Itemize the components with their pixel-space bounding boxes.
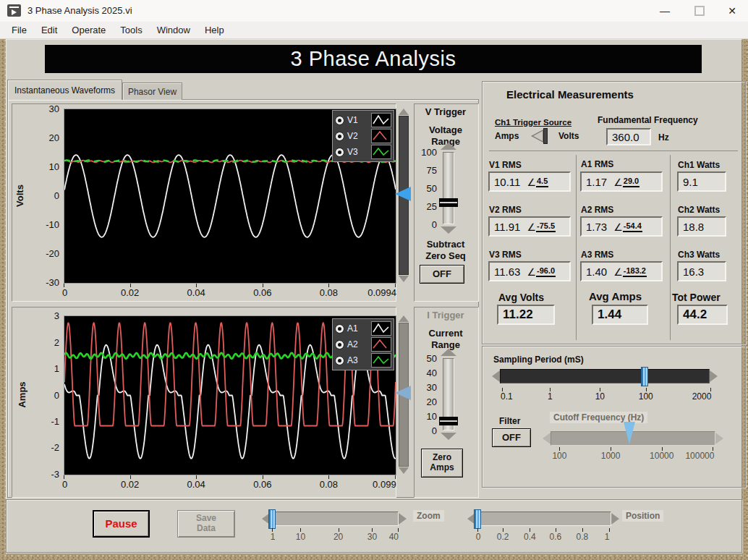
title-bar[interactable]: 3 Phase Analysis 2025.vi — ✕ [0, 0, 748, 22]
line-style-swatch[interactable] [371, 321, 391, 336]
radio-icon[interactable] [335, 148, 344, 157]
position-slider[interactable] [467, 509, 619, 528]
avg-volts-display: 11.22 [497, 305, 555, 325]
line-style-swatch[interactable] [371, 113, 391, 127]
legend-item-v3[interactable]: V3 [335, 144, 391, 160]
a1-rms-value: 1.17 [586, 176, 607, 188]
scroll-up-icon[interactable] [399, 315, 409, 322]
scale-label: -3 [51, 469, 59, 480]
radio-icon[interactable] [335, 356, 344, 365]
line-style-swatch[interactable] [371, 337, 391, 352]
filter-off-button[interactable]: OFF [492, 428, 531, 447]
legend-item-a2[interactable]: A2 [335, 336, 391, 352]
current-range-thumb[interactable] [439, 417, 458, 425]
avg-volts-value: 11.22 [503, 307, 533, 322]
menu-operate[interactable]: Operate [64, 25, 113, 35]
menu-help[interactable]: Help [197, 25, 231, 35]
sampling-period-slider[interactable] [492, 366, 718, 386]
scale-label: 2000 [692, 391, 712, 402]
i-trigger-level-cursor[interactable] [395, 386, 411, 400]
sampling-track[interactable] [500, 369, 710, 383]
menu-file[interactable]: File [4, 25, 34, 35]
angle-icon: ∠ [613, 267, 623, 277]
pause-button[interactable]: Pause [93, 510, 150, 538]
maximize-button[interactable] [684, 0, 715, 22]
minimize-button[interactable]: — [649, 0, 681, 22]
tab-instantaneous-waveforms[interactable]: Instantaneous Waveforms [7, 80, 122, 100]
ch3-watts-display: 16.3 [677, 261, 726, 281]
a3-rms-display: 1.40 ∠-183.2 [580, 261, 663, 281]
radio-icon[interactable] [335, 132, 344, 141]
amps-y-scale: 3210-1-2-3 [36, 315, 61, 474]
slider-up-arrow-icon[interactable] [441, 143, 456, 150]
menu-tools[interactable]: Tools [113, 25, 149, 35]
line-style-swatch[interactable] [371, 129, 391, 143]
legend-item-a1[interactable]: A1 [335, 321, 391, 336]
line-style-swatch[interactable] [371, 353, 391, 368]
cutoff-scale: 100100010000100000 [551, 447, 716, 460]
menu-window[interactable]: Window [150, 25, 197, 35]
app-window: 3 Phase Analysis 2025.vi — ✕ File Edit O… [0, 0, 748, 560]
cutoff-pointer[interactable] [624, 422, 635, 444]
scale-label: 0.0994 [367, 287, 396, 298]
v-trigger-level-cursor[interactable] [395, 187, 411, 201]
radio-icon[interactable] [335, 116, 344, 125]
legend-item-a3[interactable]: A3 [335, 352, 391, 368]
slider-right-arrow-icon[interactable] [715, 433, 723, 444]
zoom-track[interactable] [270, 512, 399, 526]
voltage-range-slider[interactable] [443, 152, 454, 224]
legend-label: A3 [347, 355, 368, 365]
save-data-button[interactable]: Save Data [177, 510, 235, 538]
banner-title: 3 Phase Analysis [45, 45, 702, 73]
current-range-slider[interactable] [443, 358, 454, 430]
slider-down-arrow-icon[interactable] [441, 226, 456, 234]
zoom-scale: 110203040 [271, 528, 401, 541]
close-button[interactable]: ✕ [716, 0, 748, 22]
scale-label: 0 [432, 219, 437, 230]
slider-down-arrow-icon[interactable] [441, 433, 456, 440]
slider-left-arrow-icon[interactable] [543, 433, 551, 444]
cutoff-frequency-slider[interactable] [543, 428, 723, 449]
menu-edit[interactable]: Edit [34, 25, 64, 35]
scale-label: 30 [49, 103, 59, 114]
zero-amps-button[interactable]: Zero Amps [421, 449, 463, 478]
trigger-source-switch[interactable] [531, 128, 557, 144]
scroll-down-icon[interactable] [399, 276, 409, 282]
line-style-swatch[interactable] [371, 145, 391, 159]
a3-rms-label: A3 RMS [581, 250, 613, 260]
trigger-source-label: Ch1 Trigger Source [495, 118, 571, 127]
scale-label: 50 [427, 353, 437, 364]
ch2-watts-label: Ch2 Watts [678, 205, 720, 215]
radio-icon[interactable] [335, 340, 344, 349]
scale-label: 0.6 [549, 532, 561, 542]
slider-right-arrow-icon[interactable] [710, 370, 718, 382]
position-track[interactable] [475, 512, 611, 526]
slider-right-arrow-icon[interactable] [611, 513, 619, 525]
scale-label: 0.099 [373, 479, 396, 490]
cutoff-track[interactable] [551, 431, 715, 446]
scale-label: 75 [427, 165, 437, 176]
sampling-thumb[interactable] [641, 367, 648, 386]
waveform-V1 [64, 155, 396, 237]
radio-icon[interactable] [335, 324, 344, 334]
scale-label: -30 [46, 277, 59, 288]
slider-up-arrow-icon[interactable] [441, 349, 456, 356]
position-thumb[interactable] [474, 509, 481, 529]
scroll-down-icon[interactable] [399, 467, 409, 474]
v1-angle-value: 4.5 [536, 177, 548, 187]
slider-right-arrow-icon[interactable] [399, 513, 407, 525]
ch3-watts-value: 16.3 [683, 266, 704, 278]
ch2-watts-display: 18.8 [677, 216, 726, 237]
subtract-zero-seq-button[interactable]: OFF [420, 265, 464, 284]
a3-rms-value: 1.40 [586, 266, 607, 278]
zoom-slider[interactable] [262, 509, 407, 528]
fundamental-frequency-display: 360.0 [606, 128, 651, 145]
slider-left-arrow-icon[interactable] [492, 370, 500, 382]
legend-item-v1[interactable]: V1 [335, 112, 391, 128]
voltage-range-thumb[interactable] [439, 198, 458, 207]
scroll-up-icon[interactable] [399, 109, 409, 115]
zoom-thumb[interactable] [268, 509, 276, 529]
tab-phasor-view[interactable]: Phasor View [122, 82, 182, 100]
switch-handle[interactable] [543, 128, 548, 144]
legend-item-v2[interactable]: V2 [335, 128, 391, 144]
